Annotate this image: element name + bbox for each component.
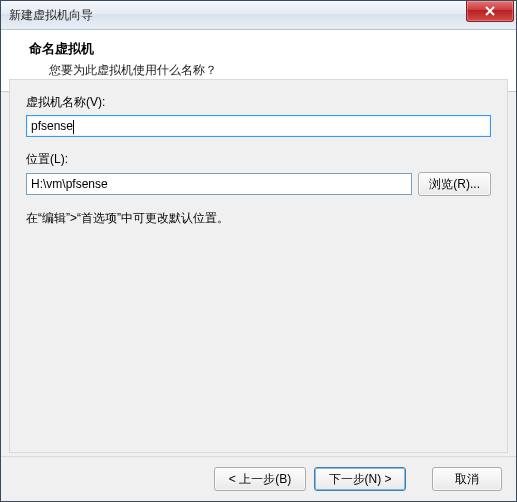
window-title: 新建虚拟机向导 xyxy=(9,7,93,24)
location-input[interactable] xyxy=(26,173,412,195)
header-subtitle: 您要为此虚拟机使用什么名称？ xyxy=(49,62,500,79)
location-row-wrapper: 位置(L): 浏览(R)... xyxy=(26,151,491,196)
close-button[interactable] xyxy=(466,1,514,22)
cancel-button[interactable]: 取消 xyxy=(432,467,502,491)
wizard-footer: < 上一步(B) 下一步(N) > 取消 xyxy=(1,456,516,501)
browse-button[interactable]: 浏览(R)... xyxy=(418,172,491,196)
vm-name-value: pfsense xyxy=(31,119,73,133)
vm-name-input[interactable]: pfsense xyxy=(26,115,491,137)
wizard-window: 新建虚拟机向导 命名虚拟机 您要为此虚拟机使用什么名称？ 虚拟机名称(V): p… xyxy=(0,0,517,502)
close-icon xyxy=(485,6,495,16)
vm-name-label: 虚拟机名称(V): xyxy=(26,94,491,111)
header-title: 命名虚拟机 xyxy=(29,40,500,58)
vm-name-row: 虚拟机名称(V): pfsense xyxy=(26,94,491,137)
back-button[interactable]: < 上一步(B) xyxy=(214,467,306,491)
location-label: 位置(L): xyxy=(26,151,491,168)
title-bar: 新建虚拟机向导 xyxy=(1,1,516,30)
location-row: 浏览(R)... xyxy=(26,172,491,196)
default-location-hint: 在“编辑”>“首选项”中可更改默认位置。 xyxy=(26,210,491,227)
next-button[interactable]: 下一步(N) > xyxy=(314,467,406,491)
wizard-body: 虚拟机名称(V): pfsense 位置(L): 浏览(R)... 在“编辑”>… xyxy=(9,79,508,453)
text-caret xyxy=(73,120,74,134)
